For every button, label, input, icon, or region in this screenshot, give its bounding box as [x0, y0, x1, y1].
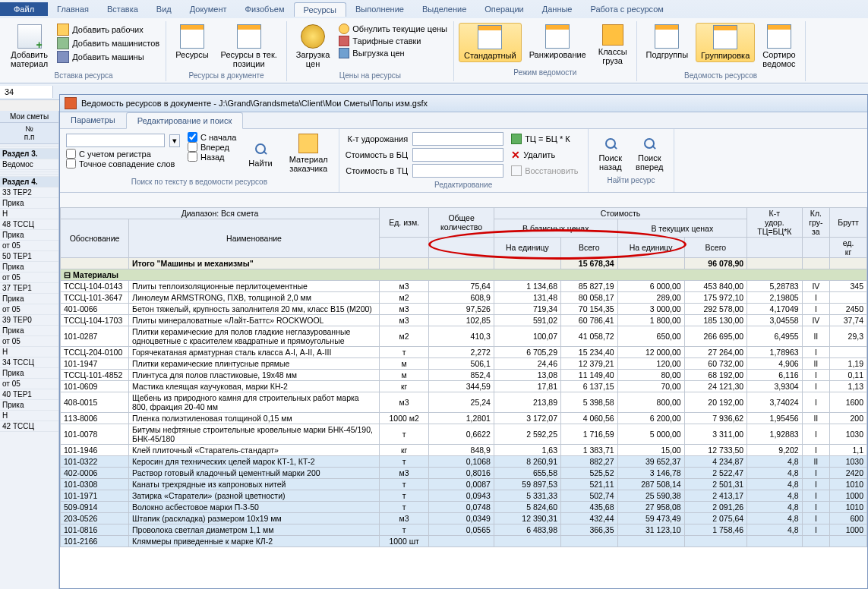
tab-phys[interactable]: Физобъем	[236, 2, 294, 16]
group-doc-resources: Ресурсы в документе	[188, 71, 264, 80]
doc-icon	[65, 97, 77, 100]
zero-icon	[339, 24, 349, 34]
add-material-button[interactable]: Добавить материал	[6, 23, 52, 70]
ranking-icon	[545, 24, 570, 49]
add-workers-button[interactable]: Добавить рабочих	[55, 23, 161, 36]
tab-document[interactable]: Документ	[181, 2, 236, 16]
tab-work-with-resource[interactable]: Работа с ресурсом	[581, 2, 672, 16]
sorting-button[interactable]: Сортиро ведомос	[758, 23, 800, 70]
zero-prices-button[interactable]: Обнулить текущие цены	[337, 23, 449, 35]
machinist-icon	[57, 37, 69, 49]
cargo-icon	[602, 24, 623, 46]
export-prices-button[interactable]: Выгрузка цен	[337, 47, 449, 59]
group-prices: Цены на ресурсы	[339, 71, 401, 80]
subgroups-icon	[655, 24, 679, 49]
tariff-icon	[339, 36, 349, 46]
worker-icon	[57, 24, 69, 36]
tab-data[interactable]: Данные	[533, 2, 582, 16]
tab-view[interactable]: Вид	[147, 2, 181, 16]
sort-icon	[767, 24, 791, 49]
standard-mode-button[interactable]: Стандартный	[459, 23, 522, 62]
tab-selection[interactable]: Выделение	[413, 2, 475, 16]
add-material-icon	[17, 24, 42, 49]
resources-pos-icon	[237, 24, 261, 49]
resources-current-pos-button[interactable]: Ресурсы в тек. позиции	[216, 23, 282, 70]
subgroups-button[interactable]: Подгруппы	[642, 23, 693, 61]
add-machines-button[interactable]: Добавить машины	[55, 50, 161, 64]
tariff-rates-button[interactable]: Тарифные ставки	[337, 35, 449, 47]
add-machinists-button[interactable]: Добавить машинистов	[55, 36, 161, 50]
resources-icon	[180, 24, 204, 49]
cell-reference[interactable]: 34	[0, 86, 53, 98]
group-insert-resource: Вставка ресурса	[55, 71, 113, 80]
coins-icon	[301, 24, 325, 49]
group-list-mode: Режим ведомости	[513, 68, 576, 77]
standard-icon	[478, 25, 502, 49]
group-resource-list: Ведомость ресурсов	[684, 71, 757, 80]
tab-exec[interactable]: Выполнение	[346, 2, 413, 16]
tab-main[interactable]: Главная	[48, 2, 98, 16]
tab-insert[interactable]: Вставка	[98, 2, 147, 16]
resources-button[interactable]: Ресурсы	[171, 23, 213, 61]
cargo-classes-button[interactable]: Классы груза	[594, 23, 632, 67]
grouping-button[interactable]: Группировка	[696, 23, 755, 62]
tab-operations[interactable]: Операции	[475, 2, 532, 16]
load-prices-button[interactable]: Загрузка цен	[292, 23, 334, 70]
grouping-icon	[713, 25, 737, 49]
machine-icon	[57, 51, 69, 63]
doc-window-title: Ведомость ресурсов в документе - J:\Gran…	[60, 95, 867, 100]
export-icon	[339, 48, 349, 58]
ranking-button[interactable]: Ранжирование	[525, 23, 591, 61]
tab-file[interactable]: Файл	[0, 2, 48, 16]
tab-resources[interactable]: Ресурсы	[294, 2, 346, 17]
